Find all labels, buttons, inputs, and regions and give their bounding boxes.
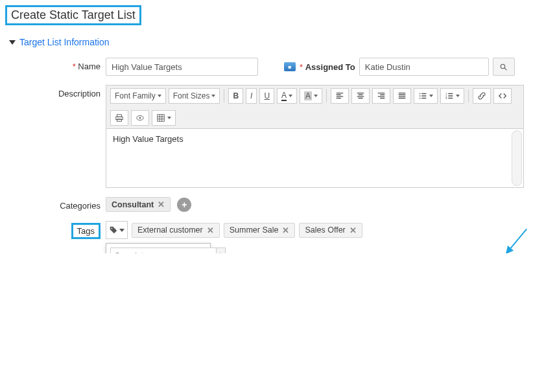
caret-down-icon	[9, 40, 16, 45]
svg-line-1	[504, 68, 506, 70]
svg-rect-13	[158, 115, 165, 122]
page-title: Create Static Target List	[5, 5, 141, 25]
align-left-button[interactable]	[331, 88, 349, 104]
tag-chip[interactable]: Sales Offer✕	[299, 223, 362, 238]
chevron-down-icon	[211, 95, 215, 97]
remove-icon[interactable]: ✕	[282, 225, 289, 235]
align-right-button[interactable]	[372, 88, 390, 104]
tags-search-button[interactable]	[216, 248, 226, 253]
scrollbar[interactable]	[512, 130, 522, 186]
remove-icon[interactable]: ✕	[350, 225, 357, 235]
svg-point-14	[112, 228, 113, 229]
chevron-down-icon	[314, 95, 318, 97]
description-editor: Font Family Font Sizes B I U A A 123	[106, 85, 524, 188]
justify-button[interactable]	[393, 88, 411, 104]
tag-chip[interactable]: External customer✕	[132, 223, 220, 238]
description-label: Description	[5, 85, 106, 98]
description-textarea[interactable]: High Value Targets	[106, 129, 523, 187]
svg-point-0	[501, 64, 505, 69]
tag-icon	[109, 225, 118, 235]
link-button[interactable]	[473, 88, 491, 104]
add-category-button[interactable]: +	[177, 198, 191, 212]
tags-search-input[interactable]	[110, 248, 216, 253]
categories-label: Categories	[5, 197, 106, 211]
category-chip[interactable]: Consultant ✕	[106, 197, 171, 212]
bg-color-button[interactable]: A	[300, 88, 322, 104]
chevron-down-icon	[158, 95, 161, 97]
tags-dropdown: Loyalty Customers Premium Pack ✓Sales Of…	[106, 243, 211, 253]
underline-button[interactable]: U	[259, 88, 274, 104]
section-title: Target List Information	[19, 37, 110, 47]
section-toggle[interactable]: Target List Information	[9, 37, 552, 47]
remove-icon[interactable]: ✕	[158, 200, 165, 209]
svg-point-4	[420, 98, 421, 99]
tags-menu-button[interactable]	[106, 221, 128, 239]
assigned-to-label: * Assigned To	[300, 62, 355, 72]
svg-point-3	[420, 95, 421, 97]
table-button[interactable]	[152, 110, 176, 126]
bullet-list-button[interactable]	[414, 88, 438, 104]
code-button[interactable]	[493, 88, 512, 104]
preview-button[interactable]	[131, 110, 149, 126]
font-size-select[interactable]: Font Sizes	[169, 88, 220, 104]
print-button[interactable]	[110, 110, 128, 126]
svg-rect-8	[117, 115, 122, 117]
chevron-down-icon	[429, 95, 433, 97]
text-color-button[interactable]: A	[277, 88, 297, 104]
name-field[interactable]	[106, 58, 258, 76]
chevron-down-icon	[456, 95, 460, 97]
assigned-to-search-button[interactable]	[493, 58, 515, 76]
chevron-down-icon	[119, 229, 124, 232]
chevron-down-icon	[167, 117, 171, 119]
search-icon	[217, 252, 225, 254]
remove-icon[interactable]: ✕	[207, 225, 214, 235]
svg-point-2	[420, 93, 421, 95]
svg-text:3: 3	[445, 97, 447, 100]
italic-button[interactable]: I	[246, 88, 257, 104]
bold-button[interactable]: B	[228, 88, 243, 104]
font-family-select[interactable]: Font Family	[110, 88, 166, 104]
editor-toolbar: Font Family Font Sizes B I U A A 123	[106, 86, 523, 129]
name-label: * Name	[5, 58, 106, 71]
assigned-to-field[interactable]	[359, 58, 489, 76]
chevron-down-icon	[289, 95, 292, 97]
search-icon	[499, 63, 508, 71]
tags-label: Tags	[71, 223, 101, 239]
tag-chip[interactable]: Summer Sale✕	[224, 223, 296, 238]
svg-point-12	[139, 117, 141, 119]
contact-card-icon: ■	[284, 62, 296, 71]
number-list-button[interactable]: 123	[440, 88, 464, 104]
align-center-button[interactable]	[351, 88, 370, 104]
